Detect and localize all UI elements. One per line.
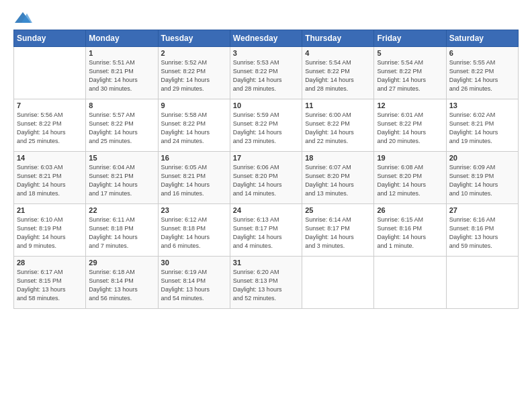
day-number: 24 (233, 206, 299, 214)
day-content: Sunrise: 5:57 AM Sunset: 8:22 PM Dayligh… (89, 111, 154, 146)
calendar-cell: 21Sunrise: 6:10 AM Sunset: 8:19 PM Dayli… (14, 204, 86, 257)
calendar-header-row: SundayMondayTuesdayWednesdayThursdayFrid… (14, 30, 519, 47)
day-number: 22 (89, 206, 154, 214)
calendar-day-header: Saturday (446, 30, 518, 47)
day-content: Sunrise: 6:04 AM Sunset: 8:21 PM Dayligh… (89, 163, 154, 198)
calendar-week-row: 7Sunrise: 5:56 AM Sunset: 8:22 PM Daylig… (14, 99, 519, 152)
day-number: 17 (233, 154, 299, 162)
day-number: 21 (17, 206, 83, 214)
calendar-cell: 25Sunrise: 6:14 AM Sunset: 8:17 PM Dayli… (302, 204, 374, 257)
calendar-cell (446, 257, 518, 309)
day-number: 26 (377, 206, 443, 214)
day-number: 7 (17, 101, 83, 109)
calendar-cell: 3Sunrise: 5:53 AM Sunset: 8:22 PM Daylig… (230, 47, 302, 99)
day-number: 29 (89, 259, 154, 267)
day-content: Sunrise: 6:08 AM Sunset: 8:20 PM Dayligh… (377, 163, 443, 198)
day-content: Sunrise: 5:58 AM Sunset: 8:22 PM Dayligh… (161, 111, 227, 146)
calendar-day-header: Monday (86, 30, 158, 47)
calendar-table: SundayMondayTuesdayWednesdayThursdayFrid… (13, 30, 519, 309)
calendar-day-header: Thursday (302, 30, 374, 47)
calendar-day-header: Wednesday (230, 30, 302, 47)
day-content: Sunrise: 6:06 AM Sunset: 8:20 PM Dayligh… (233, 163, 299, 198)
calendar-cell: 11Sunrise: 6:00 AM Sunset: 8:22 PM Dayli… (302, 99, 374, 152)
day-content: Sunrise: 6:03 AM Sunset: 8:21 PM Dayligh… (17, 163, 83, 198)
calendar-cell: 23Sunrise: 6:12 AM Sunset: 8:18 PM Dayli… (158, 204, 230, 257)
calendar-day-header: Sunday (14, 30, 86, 47)
day-content: Sunrise: 5:52 AM Sunset: 8:22 PM Dayligh… (161, 58, 227, 93)
calendar-cell: 29Sunrise: 6:18 AM Sunset: 8:14 PM Dayli… (86, 257, 158, 309)
day-content: Sunrise: 6:17 AM Sunset: 8:15 PM Dayligh… (17, 268, 83, 303)
day-number: 23 (161, 206, 227, 214)
day-content: Sunrise: 5:51 AM Sunset: 8:21 PM Dayligh… (89, 58, 154, 93)
calendar-cell: 2Sunrise: 5:52 AM Sunset: 8:22 PM Daylig… (158, 47, 230, 99)
day-content: Sunrise: 6:16 AM Sunset: 8:16 PM Dayligh… (449, 216, 515, 250)
day-number: 1 (89, 49, 154, 57)
calendar-day-header: Friday (374, 30, 446, 47)
day-number: 30 (161, 259, 227, 267)
calendar-week-row: 21Sunrise: 6:10 AM Sunset: 8:19 PM Dayli… (14, 204, 519, 257)
day-content: Sunrise: 6:13 AM Sunset: 8:17 PM Dayligh… (233, 216, 299, 250)
calendar-cell: 9Sunrise: 5:58 AM Sunset: 8:22 PM Daylig… (158, 99, 230, 152)
day-number: 10 (233, 101, 299, 109)
day-content: Sunrise: 6:10 AM Sunset: 8:19 PM Dayligh… (17, 216, 83, 250)
day-number: 8 (89, 101, 154, 109)
day-number: 25 (305, 206, 371, 214)
calendar-week-row: 1Sunrise: 5:51 AM Sunset: 8:21 PM Daylig… (14, 47, 519, 99)
calendar-cell: 12Sunrise: 6:01 AM Sunset: 8:22 PM Dayli… (374, 99, 446, 152)
day-number: 19 (377, 154, 443, 162)
day-content: Sunrise: 5:59 AM Sunset: 8:22 PM Dayligh… (233, 111, 299, 146)
calendar-cell: 30Sunrise: 6:19 AM Sunset: 8:14 PM Dayli… (158, 257, 230, 309)
day-content: Sunrise: 6:20 AM Sunset: 8:13 PM Dayligh… (233, 268, 299, 303)
day-content: Sunrise: 6:00 AM Sunset: 8:22 PM Dayligh… (305, 111, 371, 146)
calendar-cell: 10Sunrise: 5:59 AM Sunset: 8:22 PM Dayli… (230, 99, 302, 152)
calendar-cell: 28Sunrise: 6:17 AM Sunset: 8:15 PM Dayli… (14, 257, 86, 309)
day-content: Sunrise: 6:11 AM Sunset: 8:18 PM Dayligh… (89, 216, 154, 250)
calendar-cell: 17Sunrise: 6:06 AM Sunset: 8:20 PM Dayli… (230, 152, 302, 204)
day-content: Sunrise: 6:05 AM Sunset: 8:21 PM Dayligh… (161, 163, 227, 198)
logo-icon (13, 11, 32, 26)
day-number: 18 (305, 154, 371, 162)
day-number: 16 (161, 154, 227, 162)
day-number: 5 (377, 49, 443, 57)
calendar-cell: 18Sunrise: 6:07 AM Sunset: 8:20 PM Dayli… (302, 152, 374, 204)
calendar-cell: 31Sunrise: 6:20 AM Sunset: 8:13 PM Dayli… (230, 257, 302, 309)
day-number: 9 (161, 101, 227, 109)
day-number: 31 (233, 259, 299, 267)
day-content: Sunrise: 6:18 AM Sunset: 8:14 PM Dayligh… (89, 268, 154, 303)
calendar-cell: 15Sunrise: 6:04 AM Sunset: 8:21 PM Dayli… (86, 152, 158, 204)
calendar-cell: 4Sunrise: 5:54 AM Sunset: 8:22 PM Daylig… (302, 47, 374, 99)
day-number: 12 (377, 101, 443, 109)
calendar-cell: 14Sunrise: 6:03 AM Sunset: 8:21 PM Dayli… (14, 152, 86, 204)
day-number: 13 (449, 101, 515, 109)
calendar-cell: 1Sunrise: 5:51 AM Sunset: 8:21 PM Daylig… (86, 47, 158, 99)
calendar-cell: 6Sunrise: 5:55 AM Sunset: 8:22 PM Daylig… (446, 47, 518, 99)
calendar-day-header: Tuesday (158, 30, 230, 47)
calendar-cell: 5Sunrise: 5:54 AM Sunset: 8:22 PM Daylig… (374, 47, 446, 99)
calendar-cell (14, 47, 86, 99)
calendar-cell: 26Sunrise: 6:15 AM Sunset: 8:16 PM Dayli… (374, 204, 446, 257)
day-number: 11 (305, 101, 371, 109)
calendar-cell: 20Sunrise: 6:09 AM Sunset: 8:19 PM Dayli… (446, 152, 518, 204)
day-content: Sunrise: 5:55 AM Sunset: 8:22 PM Dayligh… (449, 58, 515, 93)
calendar-cell: 16Sunrise: 6:05 AM Sunset: 8:21 PM Dayli… (158, 152, 230, 204)
header (13, 11, 519, 26)
day-content: Sunrise: 5:54 AM Sunset: 8:22 PM Dayligh… (377, 58, 443, 93)
day-content: Sunrise: 6:12 AM Sunset: 8:18 PM Dayligh… (161, 216, 227, 250)
day-content: Sunrise: 6:19 AM Sunset: 8:14 PM Dayligh… (161, 268, 227, 303)
day-content: Sunrise: 5:54 AM Sunset: 8:22 PM Dayligh… (305, 58, 371, 93)
calendar-cell: 27Sunrise: 6:16 AM Sunset: 8:16 PM Dayli… (446, 204, 518, 257)
day-content: Sunrise: 5:56 AM Sunset: 8:22 PM Dayligh… (17, 111, 83, 146)
calendar-cell: 7Sunrise: 5:56 AM Sunset: 8:22 PM Daylig… (14, 99, 86, 152)
day-content: Sunrise: 6:07 AM Sunset: 8:20 PM Dayligh… (305, 163, 371, 198)
day-number: 6 (449, 49, 515, 57)
day-content: Sunrise: 6:01 AM Sunset: 8:22 PM Dayligh… (377, 111, 443, 146)
calendar-cell: 22Sunrise: 6:11 AM Sunset: 8:18 PM Dayli… (86, 204, 158, 257)
day-number: 14 (17, 154, 83, 162)
calendar-cell: 8Sunrise: 5:57 AM Sunset: 8:22 PM Daylig… (86, 99, 158, 152)
day-content: Sunrise: 6:02 AM Sunset: 8:21 PM Dayligh… (449, 111, 515, 146)
day-content: Sunrise: 6:14 AM Sunset: 8:17 PM Dayligh… (305, 216, 371, 250)
day-number: 28 (17, 259, 83, 267)
calendar-cell (302, 257, 374, 309)
day-content: Sunrise: 6:09 AM Sunset: 8:19 PM Dayligh… (449, 163, 515, 198)
day-content: Sunrise: 5:53 AM Sunset: 8:22 PM Dayligh… (233, 58, 299, 93)
